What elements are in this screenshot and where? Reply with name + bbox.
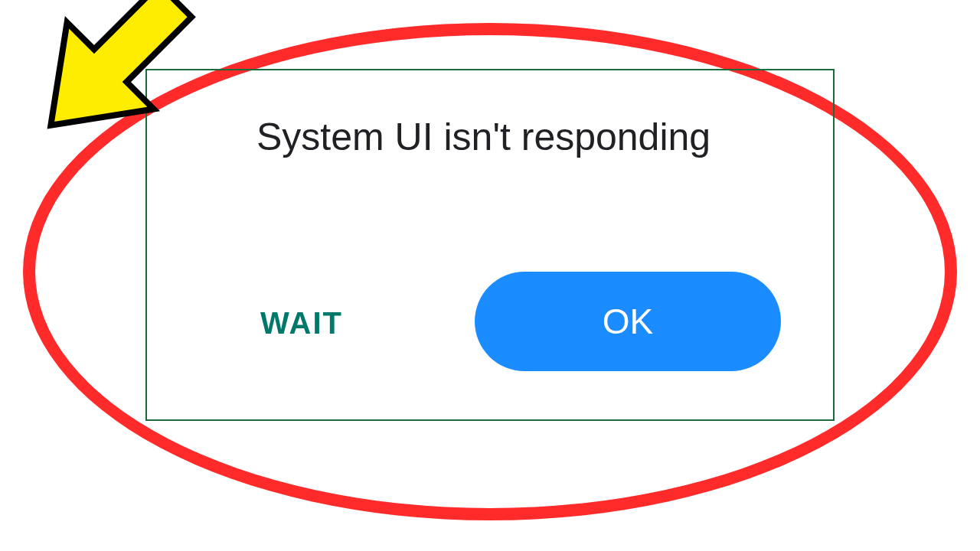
ok-button-label: OK [603, 301, 653, 342]
screenshot-stage: System UI isn't responding WAIT OK [0, 0, 980, 551]
dialog-title: System UI isn't responding [256, 115, 710, 159]
wait-button[interactable]: WAIT [260, 306, 343, 341]
pointer-arrow-icon [0, 0, 222, 199]
ok-button[interactable]: OK [475, 272, 781, 371]
svg-marker-0 [8, 0, 219, 168]
